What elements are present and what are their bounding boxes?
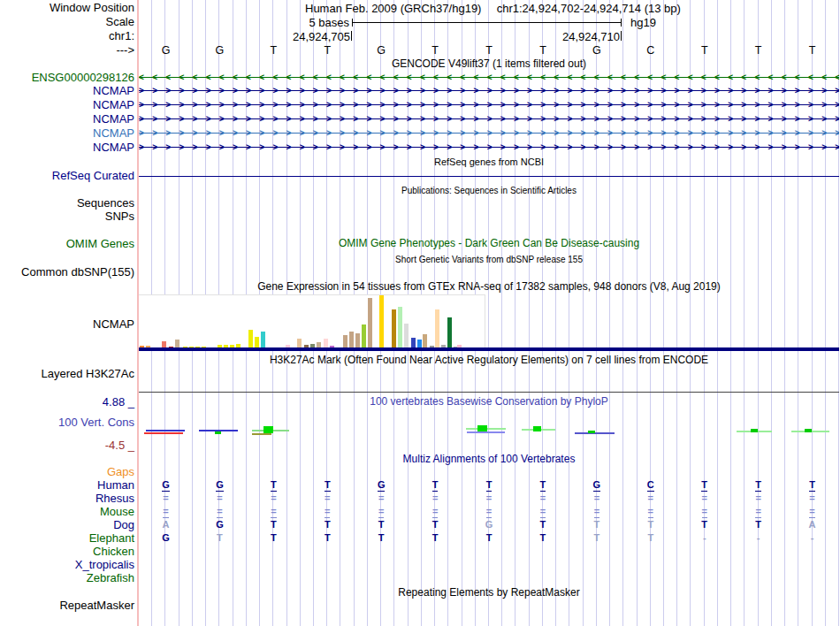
multiz-row-human-base: T [247, 479, 301, 492]
multiz-row-human-base: C [623, 479, 677, 492]
ncmap-transcript-row-4[interactable]: >>>>>>>>>>>>>>>>>>>>>>>>>>>>>>>>>>>>>>>>… [139, 129, 839, 138]
gencode-gene-row[interactable]: <<<<<<<<<<<<<<<<<<<<<<<<<<<<<<<<<<<<<<<<… [139, 73, 839, 82]
track-label-layered-h3k27ac[interactable]: Layered H3K27Ac [0, 368, 134, 380]
multiz-row-rhesus-base: = [462, 492, 516, 504]
multiz-row-mouse-base: = [355, 506, 409, 518]
phylop-score-mark [252, 433, 271, 435]
multiz-row-elephant-base: - [677, 532, 731, 544]
gene-label-ncmap-3[interactable]: NCMAP [0, 113, 134, 126]
strand-direction-arrows: <<<<<<<<<<<<<<<<<<<<<<<<<<<<<<<<<<<<<<<<… [139, 73, 839, 82]
refseq-curated-track-line[interactable] [139, 176, 839, 177]
refseq-title: RefSeq genes from NCBI [139, 156, 839, 168]
multiz-label-mouse[interactable]: Mouse [0, 506, 134, 518]
multiz-label-rhesus[interactable]: Rhesus [0, 492, 134, 505]
base-letter: T [409, 44, 462, 57]
multiz-row-mouse-base: = [515, 506, 569, 518]
multiz-label-elephant[interactable]: Elephant [0, 532, 134, 545]
multiz-row-elephant-base: T [355, 532, 409, 544]
strand-direction-arrows: >>>>>>>>>>>>>>>>>>>>>>>>>>>>>>>>>>>>>>>>… [139, 143, 839, 152]
phylop-score-mark [533, 426, 541, 431]
base-letter: G [139, 44, 193, 57]
h3k27ac-track-baseline[interactable] [139, 392, 839, 393]
multiz-label-gaps[interactable]: Gaps [0, 466, 134, 478]
multiz-row-human-base: T [677, 479, 731, 492]
ncmap-transcript-row-1[interactable]: >>>>>>>>>>>>>>>>>>>>>>>>>>>>>>>>>>>>>>>>… [139, 87, 839, 95]
genome-browser-image: Human Feb. 2009 (GRCh37/hg19) chr1:24,92… [0, 0, 840, 626]
phylop-score-mark [263, 426, 273, 433]
multiz-label-human[interactable]: Human [0, 479, 134, 492]
multiz-row-dog-base: G [193, 519, 247, 531]
multiz-row-rhesus-base: = [731, 492, 785, 504]
gtex-title: Gene Expression in 54 tissues from GTEx … [139, 281, 839, 293]
ncmap-transcript-row-2[interactable]: >>>>>>>>>>>>>>>>>>>>>>>>>>>>>>>>>>>>>>>>… [139, 101, 839, 110]
ncmap-transcript-row-5[interactable]: >>>>>>>>>>>>>>>>>>>>>>>>>>>>>>>>>>>>>>>>… [139, 143, 839, 152]
multiz-row-dog-base: T [569, 519, 623, 531]
gtex-expression-chart[interactable] [139, 294, 485, 348]
gencode-title: GENCODE V49lift37 (1 items filtered out) [139, 58, 839, 70]
gtex-tissue-bar [362, 324, 366, 348]
window-position-label[interactable]: Window Position [0, 2, 134, 14]
multiz-row-rhesus-base: = [409, 492, 462, 504]
gtex-tissue-bar [447, 317, 452, 348]
cons-scale-max[interactable]: 4.88 _ [0, 396, 134, 408]
chrom-label[interactable]: chr1: [0, 30, 134, 42]
multiz-row-elephant-base: T [569, 532, 623, 544]
multiz-row-dog-base: A [139, 519, 193, 531]
track-label-snps[interactable]: SNPs [0, 210, 134, 223]
gtex-tissue-bar [379, 295, 384, 348]
coord-left: 24,924,705 [265, 30, 350, 43]
phylop-score-mark [751, 429, 758, 432]
gene-label-ncmap-1[interactable]: NCMAP [0, 85, 134, 97]
base-letter: C [623, 44, 677, 57]
multiz-row-mouse-base: = [623, 506, 677, 518]
scale-label[interactable]: Scale [0, 16, 134, 28]
gene-label-ensg[interactable]: ENSG00000298126 [0, 72, 134, 84]
gtex-tissue-bar [355, 333, 360, 348]
strand-label[interactable]: ---> [0, 44, 134, 57]
track-label-repeatmasker[interactable]: RepeatMasker [0, 599, 134, 612]
base-letter: G [569, 44, 623, 57]
multiz-row-dog-base: T [247, 519, 301, 531]
gene-label-ncmap-2[interactable]: NCMAP [0, 99, 134, 111]
gene-label-ncmap-5[interactable]: NCMAP [0, 141, 134, 154]
base-letter: T [301, 44, 355, 57]
phylop-score-mark [146, 430, 185, 431]
base-letter: T [515, 44, 569, 57]
multiz-row-human-base: T [515, 479, 569, 492]
assembly-title: Human Feb. 2009 (GRCh37/hg19) [305, 2, 481, 15]
multiz-row-mouse-base: = [462, 506, 516, 518]
track-label-common-dbsnp[interactable]: Common dbSNP(155) [0, 266, 134, 279]
gtex-tissue-bar [248, 330, 253, 348]
multiz-row-elephant-base: - [785, 532, 839, 544]
multiz-row-human-base: G [569, 479, 623, 492]
multiz-row-dog-base: G [462, 519, 516, 531]
multiz-label-x-tropicalis[interactable]: X_tropicalis [0, 559, 134, 571]
multiz-title: Multiz Alignments of 100 Vertebrates [139, 454, 839, 465]
multiz-row-human-base: G [355, 479, 409, 492]
gtex-track-baseline [139, 347, 839, 351]
position-text: chr1:24,924,702-24,924,714 (13 bp) [497, 2, 681, 15]
multiz-row-mouse-base: = [677, 506, 731, 518]
coord-right: 24,924,710 [535, 30, 620, 43]
phylop-score-mark [144, 432, 183, 434]
gtex-gene-label[interactable]: NCMAP [0, 318, 134, 331]
coord-left-tick [351, 31, 352, 41]
phylop-score-mark [588, 431, 595, 433]
multiz-row-rhesus-base: = [301, 492, 355, 504]
multiz-row-mouse-base: = [731, 506, 785, 518]
multiz-row-elephant-base: T [247, 532, 301, 544]
cons-scale-min[interactable]: -4.5 _ [0, 439, 134, 452]
ncmap-transcript-row-3[interactable]: >>>>>>>>>>>>>>>>>>>>>>>>>>>>>>>>>>>>>>>>… [139, 115, 839, 124]
gtex-tissue-bar [423, 334, 427, 348]
track-label-100-vert-cons[interactable]: 100 Vert. Cons [0, 416, 134, 429]
track-label-sequences[interactable]: Sequences [0, 197, 134, 210]
track-label-refseq-curated[interactable]: RefSeq Curated [0, 170, 134, 182]
multiz-row-elephant-base: T [301, 532, 355, 544]
multiz-row-dog-base: A [785, 519, 839, 531]
multiz-label-zebrafish[interactable]: Zebrafish [0, 572, 134, 584]
multiz-label-chicken[interactable]: Chicken [0, 546, 134, 558]
multiz-row-mouse-base: = [139, 506, 193, 518]
gene-label-ncmap-4[interactable]: NCMAP [0, 127, 134, 140]
multiz-label-dog[interactable]: Dog [0, 519, 134, 531]
track-label-omim-genes[interactable]: OMIM Genes [0, 238, 134, 250]
